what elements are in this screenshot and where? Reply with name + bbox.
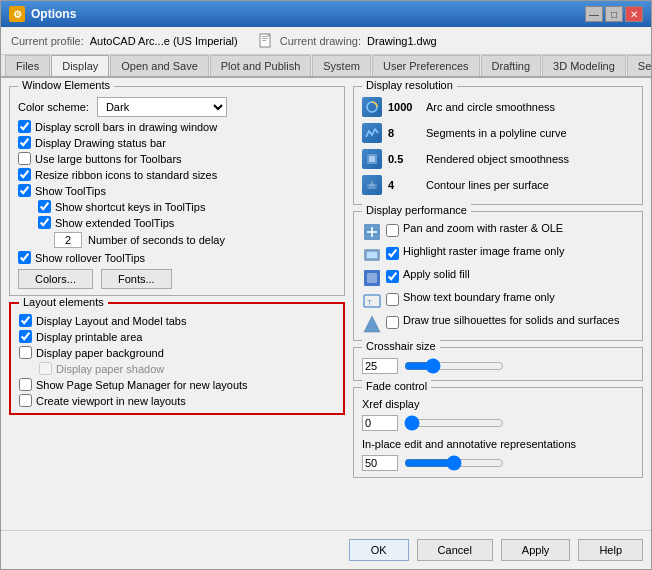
- resolution-label-3: Rendered object smoothness: [426, 153, 569, 165]
- scroll-bars-checkbox[interactable]: [18, 120, 31, 133]
- close-button[interactable]: ✕: [625, 6, 643, 22]
- drawing-value: Drawing1.dwg: [367, 35, 437, 47]
- xref-slider-row: [362, 415, 634, 431]
- colors-fonts-row: Colors... Fonts...: [18, 269, 336, 289]
- resolution-value-4: 4: [388, 179, 420, 191]
- resize-ribbon-label: Resize ribbon icons to standard sizes: [35, 169, 217, 181]
- drawing-icon: [258, 33, 274, 49]
- resize-ribbon-row: Resize ribbon icons to standard sizes: [18, 168, 336, 181]
- fonts-button[interactable]: Fonts...: [101, 269, 172, 289]
- resize-ribbon-checkbox[interactable]: [18, 168, 31, 181]
- layout-elements-content: Display Layout and Model tabs Display pr…: [19, 314, 335, 407]
- rollover-checkbox[interactable]: [18, 251, 31, 264]
- highlight-raster-checkbox[interactable]: [386, 247, 399, 260]
- crosshair-size-input[interactable]: [362, 358, 398, 374]
- in-place-slider[interactable]: [404, 455, 504, 471]
- xref-slider[interactable]: [404, 415, 504, 431]
- printable-area-label: Display printable area: [36, 331, 142, 343]
- paper-shadow-label: Display paper shadow: [56, 363, 164, 375]
- delay-row: Number of seconds to delay: [54, 232, 336, 248]
- in-place-input[interactable]: [362, 455, 398, 471]
- maximize-button[interactable]: □: [605, 6, 623, 22]
- paper-background-checkbox[interactable]: [19, 346, 32, 359]
- title-controls: — □ ✕: [585, 6, 643, 22]
- page-setup-label: Show Page Setup Manager for new layouts: [36, 379, 248, 391]
- text-boundary-label: Show text boundary frame only: [403, 291, 555, 303]
- crosshair-size-content: [362, 358, 634, 374]
- minimize-button[interactable]: —: [585, 6, 603, 22]
- extended-tooltips-checkbox[interactable]: [38, 216, 51, 229]
- create-viewport-checkbox[interactable]: [19, 394, 32, 407]
- draw-true-label: Draw true silhouettes for solids and sur…: [403, 314, 619, 326]
- draw-true-checkbox[interactable]: [386, 316, 399, 329]
- title-bar-left: ⚙ Options: [9, 6, 76, 22]
- apply-button[interactable]: Apply: [501, 539, 571, 561]
- show-tooltips-row: Show ToolTips: [18, 184, 336, 197]
- tabs-bar: Files Display Open and Save Plot and Pub…: [1, 55, 651, 78]
- options-dialog: ⚙ Options — □ ✕ Current profile: AutoCAD…: [0, 0, 652, 570]
- paper-shadow-checkbox[interactable]: [39, 362, 52, 375]
- rollover-label: Show rollover ToolTips: [35, 252, 145, 264]
- shortcut-keys-label: Show shortcut keys in ToolTips: [55, 201, 205, 213]
- tab-3d-modeling[interactable]: 3D Modeling: [542, 55, 626, 76]
- highlight-raster-row: Highlight raster image frame only: [362, 245, 634, 265]
- status-bar-checkbox[interactable]: [18, 136, 31, 149]
- resolution-icon-4: [362, 175, 382, 195]
- tab-plot-publish[interactable]: Plot and Publish: [210, 55, 312, 76]
- create-viewport-row: Create viewport in new layouts: [19, 394, 335, 407]
- xref-input[interactable]: [362, 415, 398, 431]
- resolution-icon-3: [362, 149, 382, 169]
- svg-rect-1: [262, 36, 268, 37]
- drawing-label: Current drawing:: [280, 35, 361, 47]
- tab-user-preferences[interactable]: User Preferences: [372, 55, 480, 76]
- ok-button[interactable]: OK: [349, 539, 409, 561]
- color-scheme-row: Color scheme: Dark Light: [18, 97, 336, 117]
- text-boundary-checkbox[interactable]: [386, 293, 399, 306]
- tab-selection[interactable]: Selection: [627, 55, 651, 76]
- profile-value: AutoCAD Arc...e (US Imperial): [90, 35, 238, 47]
- draw-true-icon: [362, 314, 382, 334]
- tab-open-save[interactable]: Open and Save: [110, 55, 208, 76]
- svg-rect-2: [262, 38, 268, 39]
- status-bar-row: Display Drawing status bar: [18, 136, 336, 149]
- svg-rect-11: [366, 251, 378, 259]
- tab-system[interactable]: System: [312, 55, 371, 76]
- status-bar-label: Display Drawing status bar: [35, 137, 166, 149]
- delay-input[interactable]: [54, 232, 82, 248]
- large-buttons-checkbox[interactable]: [18, 152, 31, 165]
- resolution-row-4: 4 Contour lines per surface: [362, 175, 634, 195]
- tab-files[interactable]: Files: [5, 55, 50, 76]
- tab-display[interactable]: Display: [51, 55, 109, 78]
- display-resolution-title: Display resolution: [362, 79, 457, 91]
- crosshair-size-slider[interactable]: [404, 358, 504, 374]
- fade-control-content: Xref display In-place edit and annotativ…: [362, 398, 634, 471]
- help-button[interactable]: Help: [578, 539, 643, 561]
- shortcut-keys-checkbox[interactable]: [38, 200, 51, 213]
- colors-button[interactable]: Colors...: [18, 269, 93, 289]
- large-buttons-label: Use large buttons for Toolbars: [35, 153, 182, 165]
- window-elements-content: Color scheme: Dark Light Display scroll …: [18, 97, 336, 289]
- window-title: Options: [31, 7, 76, 21]
- page-setup-checkbox[interactable]: [19, 378, 32, 391]
- tab-drafting[interactable]: Drafting: [481, 55, 542, 76]
- layout-model-label: Display Layout and Model tabs: [36, 315, 186, 327]
- show-tooltips-checkbox[interactable]: [18, 184, 31, 197]
- pan-zoom-label: Pan and zoom with raster & OLE: [403, 222, 563, 234]
- printable-area-checkbox[interactable]: [19, 330, 32, 343]
- color-scheme-label: Color scheme:: [18, 101, 89, 113]
- create-viewport-label: Create viewport in new layouts: [36, 395, 186, 407]
- highlight-raster-label: Highlight raster image frame only: [403, 245, 564, 257]
- paper-background-row: Display paper background: [19, 346, 335, 359]
- window-elements-title: Window Elements: [18, 79, 114, 91]
- crosshair-size-title: Crosshair size: [362, 340, 440, 352]
- apply-solid-checkbox[interactable]: [386, 270, 399, 283]
- shortcut-keys-row: Show shortcut keys in ToolTips: [38, 200, 336, 213]
- cancel-button[interactable]: Cancel: [417, 539, 493, 561]
- pan-zoom-checkbox[interactable]: [386, 224, 399, 237]
- text-boundary-row: T Show text boundary frame only: [362, 291, 634, 311]
- layout-model-checkbox[interactable]: [19, 314, 32, 327]
- resolution-value-3: 0.5: [388, 153, 420, 165]
- left-panel: Window Elements Color scheme: Dark Light…: [9, 86, 345, 522]
- content-area: Window Elements Color scheme: Dark Light…: [1, 78, 651, 530]
- color-scheme-select[interactable]: Dark Light: [97, 97, 227, 117]
